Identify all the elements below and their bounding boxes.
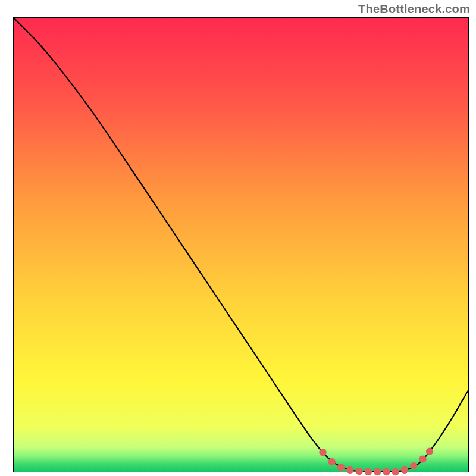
optimal-dot [355, 468, 362, 475]
chart-container: TheBottleneck.com [0, 0, 476, 476]
optimal-dot [346, 466, 353, 474]
optimal-dot [410, 462, 417, 469]
bottleneck-chart [0, 0, 476, 476]
optimal-dot [328, 458, 336, 465]
optimal-dot [401, 466, 408, 474]
optimal-dot [319, 449, 326, 456]
optimal-dot [419, 455, 426, 462]
optimal-dot [383, 468, 390, 475]
optimal-dot [374, 468, 381, 475]
plot-background [14, 18, 468, 472]
optimal-dot [392, 468, 399, 475]
optimal-dot [337, 464, 345, 471]
optimal-dot [426, 447, 433, 455]
optimal-dot [365, 468, 372, 475]
